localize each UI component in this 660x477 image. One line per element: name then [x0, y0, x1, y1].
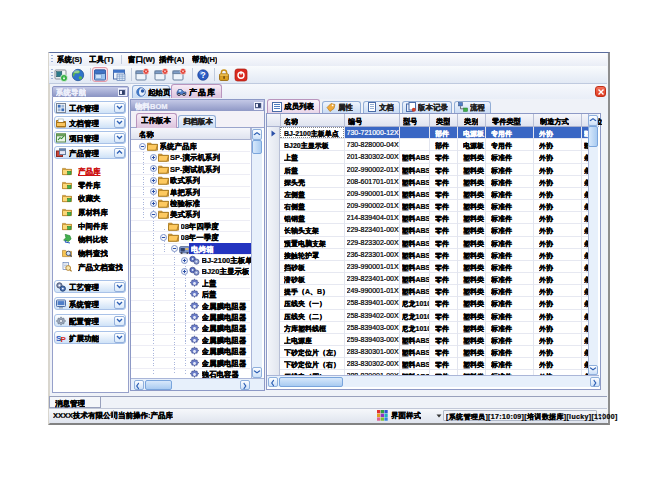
svg-text:P: P [61, 334, 66, 342]
svg-text:?: ? [200, 70, 205, 80]
